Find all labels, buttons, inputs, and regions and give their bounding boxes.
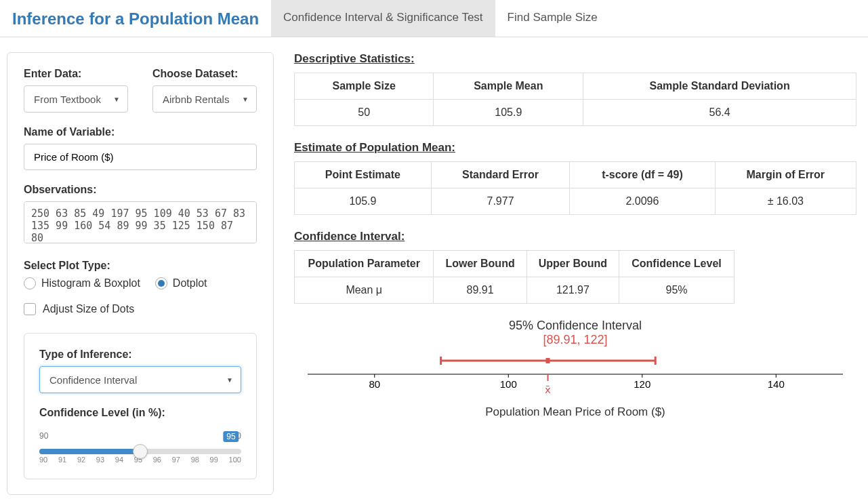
td: 7.977 bbox=[431, 188, 569, 215]
td: 121.97 bbox=[526, 277, 619, 304]
slider-thumb[interactable] bbox=[133, 444, 148, 459]
descriptive-heading: Descriptive Statistics: bbox=[294, 52, 856, 66]
td: 89.91 bbox=[434, 277, 526, 304]
ci-numberline-svg: 80100120140x̄ bbox=[294, 347, 856, 401]
adjust-dots-label: Adjust Size of Dots bbox=[43, 303, 134, 315]
ci-axis-label: Population Mean Price of Room ($) bbox=[294, 405, 856, 419]
estimate-table: Point Estimate Standard Error t-score (d… bbox=[294, 161, 856, 215]
enter-data-select[interactable]: From Textbook bbox=[24, 85, 128, 113]
observations-label: Observations: bbox=[24, 184, 257, 196]
ci-plot-range: [89.91, 122] bbox=[294, 333, 856, 347]
svg-text:120: 120 bbox=[634, 378, 650, 390]
th: Standard Error bbox=[431, 162, 569, 188]
tab-ci-test[interactable]: Confidence Interval & Significance Test bbox=[271, 0, 495, 37]
ci-heading: Confidence Interval: bbox=[294, 230, 856, 243]
page-body: Enter Data: From Textbook ▼ Choose Datas… bbox=[0, 37, 868, 501]
tab-find-size[interactable]: Find Sample Size bbox=[495, 0, 610, 37]
row-data-source: Enter Data: From Textbook ▼ Choose Datas… bbox=[24, 68, 257, 113]
td: 95% bbox=[619, 277, 735, 304]
td: 2.0096 bbox=[570, 188, 715, 215]
ci-plot: 95% Confidence Interval [89.91, 122] 801… bbox=[294, 319, 856, 419]
observations-input[interactable]: 250 63 85 49 197 95 109 40 53 67 83 135 … bbox=[24, 201, 257, 243]
radio-label: Dotplot bbox=[173, 277, 207, 289]
estimate-heading: Estimate of Population Mean: bbox=[294, 141, 856, 155]
top-bar: Inference for a Population Mean Confiden… bbox=[0, 0, 868, 37]
th: Sample Size bbox=[295, 73, 434, 100]
inference-panel: Type of Inference: Confidence Interval ▼… bbox=[24, 333, 257, 479]
radio-label: Histogram & Boxplot bbox=[41, 277, 140, 289]
th: t-score (df = 49) bbox=[570, 162, 715, 188]
plot-type-label: Select Plot Type: bbox=[24, 260, 257, 272]
td: 56.4 bbox=[583, 100, 856, 126]
th: Point Estimate bbox=[295, 162, 432, 188]
ci-table: Population Parameter Lower Bound Upper B… bbox=[294, 250, 735, 304]
ci-plot-title: 95% Confidence Interval bbox=[294, 319, 856, 333]
th: Sample Standard Deviation bbox=[583, 73, 856, 100]
td: ± 16.03 bbox=[715, 188, 856, 215]
th: Confidence Level bbox=[619, 251, 735, 277]
svg-text:140: 140 bbox=[768, 378, 785, 390]
variable-input[interactable] bbox=[24, 144, 257, 170]
choose-dataset-label: Choose Dataset: bbox=[152, 68, 257, 80]
inference-type-select[interactable]: Confidence Interval bbox=[39, 366, 241, 393]
slider-track[interactable] bbox=[39, 449, 241, 454]
slider-value-badge: 95 bbox=[223, 431, 239, 442]
svg-rect-3 bbox=[546, 358, 550, 363]
svg-text:x̄: x̄ bbox=[545, 384, 551, 395]
th: Population Parameter bbox=[295, 251, 434, 277]
th: Sample Mean bbox=[434, 73, 583, 100]
td: 105.9 bbox=[434, 100, 583, 126]
inference-type-label: Type of Inference: bbox=[39, 348, 241, 361]
td: 50 bbox=[295, 100, 434, 126]
variable-label: Name of Variable: bbox=[24, 126, 257, 138]
adjust-dots-row[interactable]: Adjust Size of Dots bbox=[24, 303, 257, 315]
input-panel: Enter Data: From Textbook ▼ Choose Datas… bbox=[7, 52, 274, 495]
td: 105.9 bbox=[295, 188, 432, 215]
radio-histogram[interactable]: Histogram & Boxplot bbox=[24, 277, 140, 289]
radio-icon bbox=[155, 277, 167, 289]
choose-dataset-select[interactable]: Airbnb Rentals bbox=[152, 85, 257, 113]
th: Margin of Error bbox=[715, 162, 856, 188]
svg-text:80: 80 bbox=[369, 378, 380, 390]
conf-level-slider[interactable]: 90 95 100 90919293949596979899100 bbox=[39, 431, 241, 464]
enter-data-label: Enter Data: bbox=[24, 68, 128, 80]
page-title: Inference for a Population Mean bbox=[0, 0, 271, 37]
main-content: Descriptive Statistics: Sample Size Samp… bbox=[294, 52, 868, 495]
th: Lower Bound bbox=[434, 251, 526, 277]
td: Mean μ bbox=[295, 277, 434, 304]
th: Upper Bound bbox=[526, 251, 619, 277]
checkbox-icon bbox=[24, 303, 36, 315]
radio-dotplot[interactable]: Dotplot bbox=[155, 277, 207, 289]
radio-icon bbox=[24, 277, 36, 289]
svg-text:100: 100 bbox=[500, 378, 517, 390]
slider-min: 90 bbox=[39, 431, 48, 442]
conf-level-label: Confidence Level (in %): bbox=[39, 407, 241, 419]
descriptive-table: Sample Size Sample Mean Sample Standard … bbox=[294, 73, 856, 126]
